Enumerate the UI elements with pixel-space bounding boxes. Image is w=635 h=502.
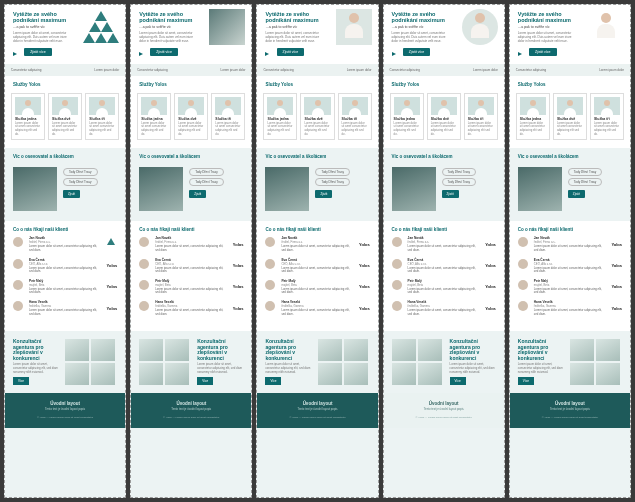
service-card[interactable]: Služba jednaLorem ipsum dolor sit amet c… bbox=[11, 93, 45, 141]
agency-block: Konzultační agentura pro zlepšování v ko… bbox=[5, 331, 125, 393]
footer: Úvodní layout Tento text je úvodní layou… bbox=[5, 393, 125, 427]
hero-photo bbox=[209, 9, 245, 45]
testimonials-title: Co o nás říkají naši klienti bbox=[13, 227, 117, 232]
avatar bbox=[13, 280, 23, 290]
hero: Vytěžte ze svého podnikání maximum …a pa… bbox=[257, 5, 377, 64]
service-card[interactable]: Služba dvěLorem ipsum dolor sit amet con… bbox=[48, 93, 82, 141]
card-image bbox=[15, 97, 41, 115]
testimonial-row: Hana Veseláředitelka, GammaLorem ipsum d… bbox=[518, 300, 622, 316]
play-icon[interactable] bbox=[392, 52, 396, 56]
hero-graphic-triangles bbox=[83, 9, 119, 45]
service-card[interactable]: Služba třiLorem ipsum dolor sit amet con… bbox=[211, 93, 245, 141]
testimonial-row: Hana Veseláředitelka, GammaLorem ipsum d… bbox=[13, 300, 117, 316]
service-card[interactable]: Služba jednaLorem ipsum dolor sit amet c… bbox=[263, 93, 297, 141]
avatar bbox=[13, 259, 23, 269]
testimonial-row: Jan Novákředitel, Firma a.s.Lorem ipsum … bbox=[13, 236, 117, 252]
hero-title: Vytěžte ze svého podnikání maximum bbox=[13, 11, 76, 23]
hero-title: Vytěžte ze svého podnikání maximum bbox=[139, 11, 202, 23]
footer: Úvodní layoutTento text je úvodní layout… bbox=[131, 393, 251, 427]
hero-cta-button[interactable]: Zjistit více bbox=[529, 48, 557, 56]
testimonial-row: Eva ČernáCEO, Alfa s.r.o.Lorem ipsum dol… bbox=[13, 258, 117, 274]
testimonial-row: Eva ČernáCEO, Alfa s.r.o.Lorem ipsum dol… bbox=[265, 258, 369, 274]
service-card[interactable]: Služba třiLorem ipsum dolor sit amet con… bbox=[464, 93, 498, 141]
service-card[interactable]: Služba dvěLorem ipsum dolor sit amet con… bbox=[427, 93, 461, 141]
testimonial-row: Hana Veseláředitelka, GammaLorem ipsum d… bbox=[265, 300, 369, 316]
vodeni-image bbox=[13, 167, 57, 211]
hero: Vytěžte ze svého podnikání maximum …a pa… bbox=[510, 5, 630, 64]
hero: Vytěžte ze svého podnikání maximum …a pa… bbox=[131, 5, 251, 64]
service-card[interactable]: Služba dvěLorem ipsum dolor sit amet con… bbox=[553, 93, 587, 141]
testimonial-row: Petr Malýmajitel, BetaLorem ipsum dolor … bbox=[139, 279, 243, 295]
layout-variant-3[interactable]: Vytěžte ze svého podnikání maximum …a pa… bbox=[256, 4, 378, 498]
service-card[interactable]: Služba jednaLorem ipsum dolor sit amet c… bbox=[390, 93, 424, 141]
services-cards: Služba jednaLorem ipsum dolor sit amet c… bbox=[5, 89, 125, 149]
client-logo: Yolos bbox=[107, 306, 118, 311]
tag-pill[interactable]: Tody Dřeví Trasy bbox=[63, 178, 98, 186]
footer: Úvodní layoutTento text je úvodní layout… bbox=[384, 393, 504, 427]
play-icon[interactable] bbox=[13, 52, 17, 56]
hero-cta-button[interactable]: Zjistit více bbox=[150, 48, 178, 56]
hero: Vytěžte ze svého podnikání maximum …a pa… bbox=[5, 5, 125, 64]
testimonial-row: Jan Novákředitel, Firma a.s.Lorem ipsum … bbox=[392, 236, 496, 252]
agency-button[interactable]: Více bbox=[13, 377, 29, 385]
hero-cta-button[interactable]: Zjistit více bbox=[403, 48, 431, 56]
testimonial-row: Petr Malýmajitel, BetaLorem ipsum dolor … bbox=[518, 279, 622, 295]
testimonial-row: Petr Malýmajitel, BetaLorem ipsum dolor … bbox=[13, 279, 117, 295]
service-card[interactable]: Služba třiLorem ipsum dolor sit amet con… bbox=[338, 93, 372, 141]
testimonial-row: Eva ČernáCEO, Alfa s.r.o.Lorem ipsum dol… bbox=[392, 258, 496, 274]
card-image bbox=[89, 97, 115, 115]
vodeni-button[interactable]: Zjistit bbox=[63, 190, 80, 198]
services-title: Služby Yolos bbox=[5, 76, 125, 89]
avatar bbox=[13, 237, 23, 247]
testimonial-row: Petr Malýmajitel, BetaLorem ipsum dolor … bbox=[265, 279, 369, 295]
info-strip: Consectetur adipiscingLorem ipsum dolor bbox=[5, 64, 125, 76]
hero-body: Lorem ipsum dolor sit amet, consectetur … bbox=[13, 32, 70, 44]
testimonials: Co o nás říkají naši klienti Jan Novákře… bbox=[5, 221, 125, 331]
triangle-icon bbox=[105, 238, 117, 250]
testimonial-row: Jan Novákředitel, Firma a.s.Lorem ipsum … bbox=[139, 236, 243, 252]
layout-variant-5[interactable]: Vytěžte ze svého podnikání maximum …a pa… bbox=[509, 4, 631, 498]
hero-person-photo bbox=[336, 9, 372, 45]
footer: Úvodní layoutTento text je úvodní layout… bbox=[510, 393, 630, 427]
play-icon[interactable] bbox=[265, 52, 269, 56]
play-icon[interactable] bbox=[139, 52, 143, 56]
footer: Úvodní layoutTento text je úvodní layout… bbox=[257, 393, 377, 427]
service-card[interactable]: Služba třiLorem ipsum dolor sit amet con… bbox=[85, 93, 119, 141]
card-image bbox=[52, 97, 78, 115]
testimonial-row: Jan Novákředitel, Firma a.s.Lorem ipsum … bbox=[265, 236, 369, 252]
service-card[interactable]: Služba dvěLorem ipsum dolor sit amet con… bbox=[300, 93, 334, 141]
testimonial-row: Eva ČernáCEO, Alfa s.r.o.Lorem ipsum dol… bbox=[139, 258, 243, 274]
client-logo: Yolos bbox=[107, 284, 118, 289]
hero-cta-button[interactable]: Zjistit více bbox=[277, 48, 305, 56]
testimonial-row: Hana Veseláředitelka, GammaLorem ipsum d… bbox=[392, 300, 496, 316]
service-card[interactable]: Služba jednaLorem ipsum dolor sit amet c… bbox=[137, 93, 171, 141]
agency-photo-grid bbox=[65, 339, 117, 385]
testimonial-row: Petr Malýmajitel, BetaLorem ipsum dolor … bbox=[392, 279, 496, 295]
layout-variant-1[interactable]: Vytěžte ze svého podnikání maximum …a pa… bbox=[4, 4, 126, 498]
hero: Vytěžte ze svého podnikání maximum …a pa… bbox=[384, 5, 504, 64]
avatar bbox=[13, 301, 23, 311]
testimonial-row: Hana Veseláředitelka, GammaLorem ipsum d… bbox=[139, 300, 243, 316]
testimonial-row: Jan Novákředitel, Firma a.s.Lorem ipsum … bbox=[518, 236, 622, 252]
hero-cta-button[interactable]: Zjistit více bbox=[24, 48, 52, 56]
service-card[interactable]: Služba jednaLorem ipsum dolor sit amet c… bbox=[516, 93, 550, 141]
play-icon[interactable] bbox=[518, 52, 522, 56]
hero-person-cutout bbox=[588, 9, 624, 45]
tag-pill[interactable]: Tody Dřeví Trasy bbox=[63, 168, 98, 176]
testimonial-row: Eva ČernáCEO, Alfa s.r.o.Lorem ipsum dol… bbox=[518, 258, 622, 274]
layout-variant-2[interactable]: Vytěžte ze svého podnikání maximum …a pa… bbox=[130, 4, 252, 498]
layout-variant-4[interactable]: Vytěžte ze svého podnikání maximum …a pa… bbox=[383, 4, 505, 498]
service-card[interactable]: Služba dvěLorem ipsum dolor sit amet con… bbox=[174, 93, 208, 141]
service-card[interactable]: Služba třiLorem ipsum dolor sit amet con… bbox=[590, 93, 624, 141]
vodeni-block: Tody Dřeví Trasy Tody Dřeví Trasy Zjisti… bbox=[5, 161, 125, 221]
variant-gallery: Vytěžte ze svého podnikání maximum …a pa… bbox=[0, 0, 635, 502]
hero-person-round bbox=[462, 9, 498, 45]
client-logo: Yolos bbox=[107, 263, 118, 268]
vodeni-image bbox=[139, 167, 183, 211]
vodeni-title: Víc o osevovatel a školácem bbox=[5, 148, 125, 161]
